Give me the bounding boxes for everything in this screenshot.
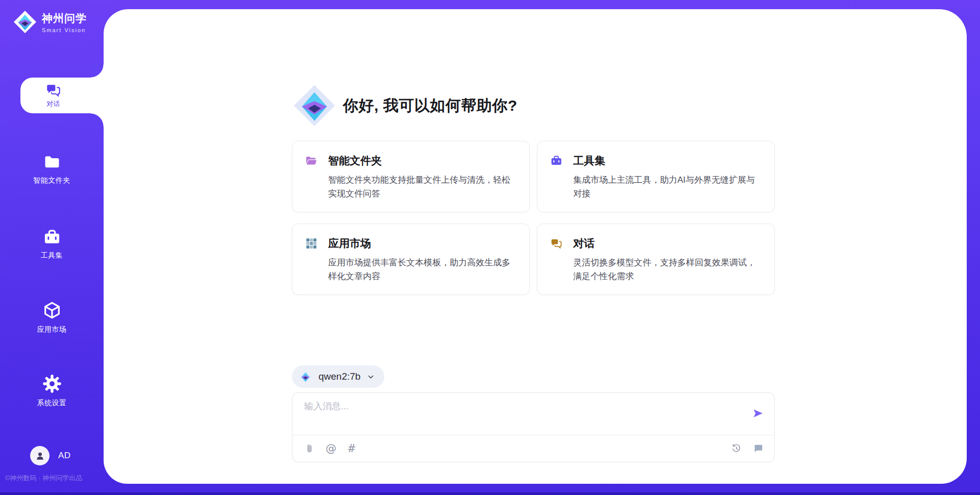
hash-icon: # — [347, 442, 356, 455]
briefcase-icon — [43, 228, 61, 246]
sidebar-item-settings[interactable]: 系统设置 — [0, 374, 104, 408]
sidebar-item-smart-folder[interactable]: 智能文件夹 — [0, 153, 104, 185]
comment-icon — [753, 443, 764, 454]
feature-cards-grid: 智能文件夹 智能文件夹功能支持批量文件上传与清洗，轻松实现文件问答 工具集 集成… — [292, 141, 775, 295]
send-button[interactable] — [750, 405, 766, 423]
sidebar-item-chat[interactable]: 对话 — [20, 78, 104, 113]
gear-icon — [42, 374, 62, 394]
greeting-title: 你好, 我可以如何帮助你? — [343, 95, 518, 116]
avatar — [30, 446, 50, 465]
paperclip-icon — [304, 443, 315, 454]
message-composer: @ # — [292, 392, 775, 462]
topic-button[interactable]: # — [346, 441, 357, 456]
card-description: 智能文件夹功能支持批量文件上传与清洗，轻松实现文件问答 — [328, 173, 516, 201]
folder-icon — [43, 153, 61, 171]
chat-bubbles-icon — [45, 82, 61, 98]
model-selector[interactable]: qwen2:7b — [292, 365, 384, 388]
sidebar-item-label: 应用市场 — [37, 325, 67, 334]
card-smart-folder[interactable]: 智能文件夹 智能文件夹功能支持批量文件上传与清洗，轻松实现文件问答 — [292, 141, 530, 212]
card-chat[interactable]: 对话 灵活切换多模型文件，支持多样回复效果调试，满足个性化需求 — [537, 224, 775, 295]
user-name: AD — [58, 451, 71, 461]
card-description: 应用市场提供丰富长文本模板，助力高效生成多样化文章内容 — [328, 256, 516, 283]
copyright-footer: ©神州数码 · 神州问学出品 — [5, 474, 104, 483]
sidebar: 神州问学 Smart Vision 对话 智能文件夹 — [0, 0, 104, 495]
card-title: 对话 — [573, 236, 595, 251]
sidebar-item-label: 系统设置 — [37, 399, 67, 408]
brand-name: 神州问学 — [42, 11, 87, 26]
diamond-logo-icon — [299, 370, 312, 384]
cube-icon — [42, 300, 62, 320]
model-name: qwen2:7b — [318, 371, 360, 382]
sidebar-item-app-market[interactable]: 应用市场 — [0, 300, 104, 334]
attach-button[interactable] — [303, 442, 316, 455]
card-description: 灵活切换多模型文件，支持多样回复效果调试，满足个性化需求 — [573, 256, 761, 283]
card-app-market[interactable]: 应用市场 应用市场提供丰富长文本模板，助力高效生成多样化文章内容 — [292, 224, 530, 295]
card-title: 工具集 — [573, 154, 605, 168]
greeting-row: 你好, 我可以如何帮助你? — [293, 84, 518, 127]
sidebar-item-label: 工具集 — [41, 251, 63, 260]
send-icon — [752, 407, 764, 419]
history-icon — [731, 443, 742, 454]
chat-bubbles-icon — [550, 237, 562, 250]
person-icon — [34, 450, 46, 462]
card-title: 智能文件夹 — [328, 154, 382, 168]
user-account[interactable]: AD — [30, 446, 71, 465]
tab-connector-bottom — [90, 113, 104, 127]
mention-button[interactable]: @ — [325, 441, 337, 456]
tab-connector-top — [90, 64, 104, 78]
brand-subtitle: Smart Vision — [42, 27, 87, 33]
sidebar-item-toolset[interactable]: 工具集 — [0, 228, 104, 260]
brand-diamond-white-icon — [13, 10, 37, 34]
message-input[interactable] — [304, 400, 750, 430]
composer-toolbar: @ # — [292, 435, 774, 462]
toolbox-icon — [550, 155, 562, 167]
card-title: 应用市场 — [328, 236, 371, 251]
card-toolset[interactable]: 工具集 集成市场上主流工具，助力AI与外界无缝扩展与对接 — [537, 141, 775, 212]
window-bottom-edge — [0, 492, 980, 495]
sidebar-item-label: 智能文件夹 — [33, 176, 70, 185]
main-content-panel: 你好, 我可以如何帮助你? 智能文件夹 智能文件夹功能支持批量文件上传与清洗，轻… — [104, 9, 967, 484]
card-description: 集成市场上主流工具，助力AI与外界无缝扩展与对接 — [573, 173, 761, 201]
chevron-down-icon — [366, 373, 375, 381]
at-icon: @ — [326, 442, 336, 455]
brand: 神州问学 Smart Vision — [13, 10, 87, 34]
grid-icon — [305, 237, 317, 250]
brand-diamond-icon — [293, 84, 336, 127]
sidebar-item-label: 对话 — [47, 100, 60, 109]
feedback-button[interactable] — [752, 442, 765, 455]
folder-open-icon — [305, 155, 317, 167]
history-button[interactable] — [730, 442, 743, 455]
